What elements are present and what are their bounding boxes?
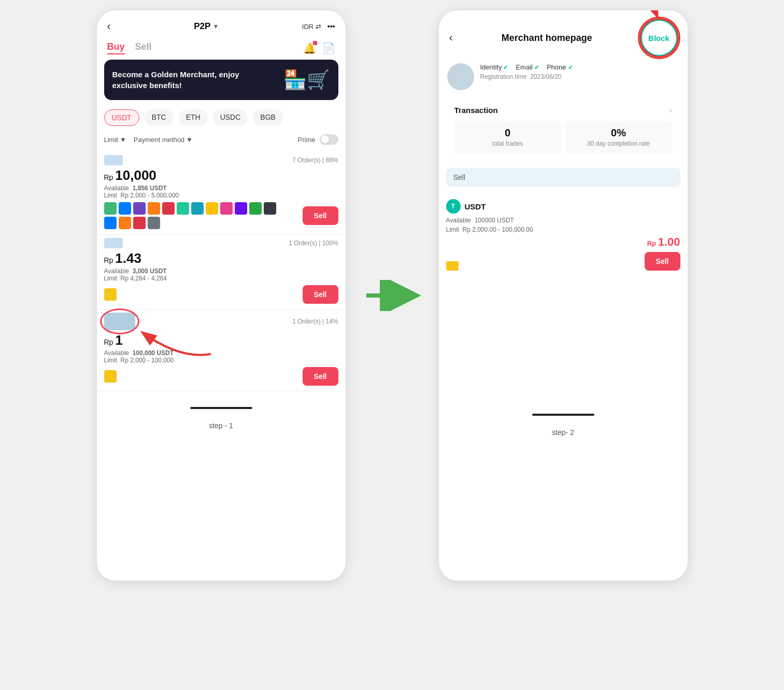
completion-rate-stat: 0% 30 day completion rate <box>565 121 672 153</box>
payment-icon <box>177 202 189 215</box>
payment-methods-3 <box>104 370 117 383</box>
sell-button-2[interactable]: Sell <box>303 285 338 304</box>
merchant-avatar-2[interactable] <box>104 238 123 248</box>
merchant-avatar <box>447 63 474 90</box>
order-stats-3: 1 Order(s) | 14% <box>292 318 338 325</box>
tab-buy[interactable]: Buy <box>107 41 125 54</box>
sell-button-3[interactable]: Sell <box>303 367 338 386</box>
check-icon: ✔ <box>503 64 508 71</box>
merchant-info: Identity ✔ Email ✔ Phone ✔ Registration … <box>439 63 688 98</box>
payment-icon <box>220 202 233 215</box>
total-trades-stat: 0 total trades <box>454 121 561 153</box>
coin-name: USDT <box>465 202 486 211</box>
green-arrow <box>364 280 421 311</box>
order-stats-1: 7 Order(s) | 88% <box>292 157 338 164</box>
registration-info: Registration time 2023/06/20 <box>480 73 573 80</box>
p2p-title: P2P <box>194 21 210 32</box>
payment-method-icon <box>446 261 459 271</box>
filter-bar: Limit ▼ Payment method ▼ Prime <box>97 131 346 152</box>
listing-available: Available 100000 USDT <box>446 217 680 224</box>
banner-icon: 🏪🛒 <box>283 69 330 91</box>
step-label-1: step - 1 <box>97 407 346 434</box>
payment-icon <box>264 202 276 215</box>
currency-toggle[interactable]: IDR ⇄ <box>302 23 321 31</box>
screen1-header: ‹ P2P ▼ IDR ⇄ ••• <box>97 10 346 38</box>
payment-icon <box>148 202 160 215</box>
payment-icon <box>104 217 117 229</box>
listing-item-3: 1 Order(s) | 14% Rp 1 Available 100,000 … <box>97 309 346 391</box>
doc-icon[interactable]: 📄 <box>322 42 335 54</box>
listing-price-1: Rp 10,000 <box>104 167 338 184</box>
payment-icon <box>133 217 146 229</box>
limit-filter[interactable]: Limit ▼ <box>104 136 126 144</box>
sell-tab[interactable]: Sell <box>446 168 680 187</box>
chevron-down-icon: ▼ <box>120 136 126 144</box>
listing-item-1: 7 Order(s) | 88% Rp 10,000 Available 1,8… <box>97 152 346 235</box>
sell-button-merchant[interactable]: Sell <box>645 252 680 271</box>
transaction-title: Transaction <box>454 106 498 115</box>
screen2-header: ‹ Merchant homepage Block <box>439 10 688 63</box>
coin-usdc[interactable]: USDC <box>213 109 248 126</box>
merchant-avatar-3[interactable] <box>104 313 135 330</box>
back-button-2[interactable]: ‹ <box>449 31 453 45</box>
order-stats-2: 1 Order(s) | 100% <box>289 240 338 247</box>
coin-btc[interactable]: BTC <box>145 109 174 126</box>
chevron-down-icon[interactable]: ▼ <box>212 23 219 30</box>
payment-icon <box>119 202 131 215</box>
tab-sell[interactable]: Sell <box>135 41 152 54</box>
prime-label: Prime <box>298 136 316 144</box>
prime-toggle[interactable] <box>320 134 338 145</box>
step-label-2: step- 2 <box>439 275 688 441</box>
block-button-wrapper: Block <box>641 20 677 56</box>
banner-text: Become a Golden Merchant, enjoy exclusiv… <box>112 69 239 91</box>
more-options-icon[interactable]: ••• <box>327 22 335 31</box>
merchant-listing: T USDT Available 100000 USDT Limit Rp 2,… <box>446 192 680 275</box>
coin-usdt[interactable]: USDT <box>104 109 139 126</box>
buy-sell-tabs: Buy Sell 🔔 📄 <box>97 38 346 60</box>
check-icon: ✔ <box>568 64 573 71</box>
chevron-down-icon: ▼ <box>186 136 193 144</box>
listing-price-2: Rp 1.43 <box>104 250 338 266</box>
payment-icon <box>191 202 204 215</box>
transaction-section: Transaction › 0 total trades 0% 30 day c… <box>446 98 680 161</box>
payment-methods-2 <box>104 288 117 301</box>
transaction-chevron[interactable]: › <box>669 106 672 115</box>
listing-item-2: 1 Order(s) | 100% Rp 1.43 Available 3,00… <box>97 235 346 309</box>
listing-price-3: Rp 1 <box>104 332 338 348</box>
check-icon: ✔ <box>534 64 539 71</box>
sell-button-1[interactable]: Sell <box>303 206 338 225</box>
coin-selector: USDT BTC ETH USDC BGB <box>97 107 346 131</box>
verification-badges: Identity ✔ Email ✔ Phone ✔ <box>480 63 573 71</box>
coin-bgb[interactable]: BGB <box>253 109 283 126</box>
payment-icon <box>249 202 262 215</box>
payment-icon <box>148 217 160 229</box>
usdt-icon: T <box>446 199 461 214</box>
bell-icon[interactable]: 🔔 <box>303 42 316 54</box>
payment-method-filter[interactable]: Payment method ▼ <box>134 136 193 144</box>
payment-icon <box>104 288 117 301</box>
payment-icon <box>104 370 117 383</box>
payment-icon <box>119 217 131 229</box>
phone-badge: Phone ✔ <box>547 63 573 71</box>
listing-details-1: Available 1,856 USDT Limit Rp 2,000 - 5,… <box>104 185 338 199</box>
payment-icon <box>206 202 218 215</box>
coin-eth[interactable]: ETH <box>179 109 208 126</box>
listing-details-2: Available 3,000 USDT Limit Rp 4,284 - 4,… <box>104 267 338 282</box>
email-badge: Email ✔ <box>516 63 539 71</box>
payment-icon <box>162 202 175 215</box>
merchant-avatar-1[interactable] <box>104 155 123 165</box>
back-button[interactable]: ‹ <box>107 20 111 33</box>
listing-limit: Limit Rp 2,000.00 - 100,000.00 <box>446 226 680 233</box>
coin-row: T USDT <box>446 199 680 214</box>
merchant-homepage-title: Merchant homepage <box>502 33 592 44</box>
listing-price: Rp 1.00 <box>645 235 680 249</box>
transaction-stats: 0 total trades 0% 30 day completion rate <box>454 121 672 153</box>
listing-details-3: Available 100,000 USDT Limit Rp 2,000 - … <box>104 349 338 364</box>
payment-methods-1 <box>104 202 280 229</box>
golden-merchant-banner[interactable]: Become a Golden Merchant, enjoy exclusiv… <box>104 60 338 100</box>
payment-icon <box>104 202 117 215</box>
payment-icon <box>133 202 146 215</box>
block-button[interactable]: Block <box>641 20 677 56</box>
identity-badge: Identity ✔ <box>480 63 509 71</box>
payment-icon <box>235 202 247 215</box>
